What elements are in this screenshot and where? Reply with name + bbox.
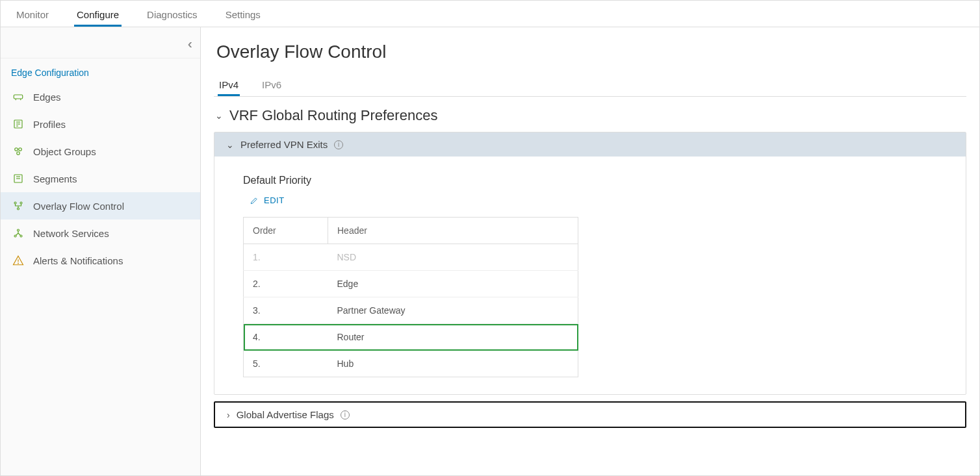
sidebar-item-label: Overlay Flow Control [33, 201, 124, 212]
svg-point-7 [15, 148, 18, 151]
sidebar-item-object-groups[interactable]: Object Groups [1, 138, 200, 165]
top-tabs: Monitor Configure Diagnostics Settings [1, 1, 979, 27]
svg-point-9 [17, 152, 20, 155]
sidebar-item-label: Edges [33, 92, 61, 103]
section-header[interactable]: ⌄ VRF Global Routing Preferences [214, 107, 966, 124]
table-row: 5. Hub [244, 351, 578, 377]
sidebar: ‹‹ Edge Configuration Edges Profiles Obj… [1, 27, 201, 475]
sidebar-item-alerts[interactable]: Alerts & Notifications [1, 247, 200, 274]
sidebar-item-label: Alerts & Notifications [33, 255, 123, 266]
sidebar-item-segments[interactable]: Segments [1, 165, 200, 192]
sub-tab-ipv4[interactable]: IPv4 [218, 74, 240, 96]
cell-order: 5. [244, 351, 328, 377]
col-order: Order [244, 218, 328, 244]
page-title: Overlay Flow Control [214, 42, 966, 62]
panel-global-advertise-flags: › Global Advertise Flags i [214, 401, 966, 428]
edges-icon [12, 91, 24, 103]
section-title: VRF Global Routing Preferences [229, 107, 437, 124]
panel-title: Global Advertise Flags [237, 409, 334, 420]
svg-point-20 [18, 263, 19, 264]
edit-button[interactable]: EDIT [250, 195, 285, 205]
panel-title: Preferred VPN Exits [240, 139, 328, 150]
profiles-icon [12, 118, 24, 130]
table-row-highlighted: 4. Router [244, 324, 578, 351]
sub-tabs: IPv4 IPv6 [214, 74, 966, 97]
alerts-icon [12, 255, 24, 266]
segments-icon [12, 173, 24, 184]
cell-header: Router [328, 324, 578, 351]
network-services-icon [12, 227, 24, 239]
sidebar-item-label: Segments [33, 173, 77, 184]
table-row: 1. NSD [244, 244, 578, 271]
sidebar-item-overlay-flow-control[interactable]: Overlay Flow Control [1, 192, 200, 219]
cell-order: 1. [244, 244, 328, 271]
tab-monitor[interactable]: Monitor [14, 3, 51, 27]
tab-configure[interactable]: Configure [74, 3, 122, 27]
pencil-icon [250, 196, 259, 205]
default-priority-heading: Default Priority [243, 175, 937, 186]
panel-header-preferred-exits[interactable]: ⌄ Preferred VPN Exits i [214, 132, 966, 157]
sidebar-item-label: Profiles [33, 119, 66, 130]
cell-header: NSD [328, 244, 578, 271]
sidebar-item-network-services[interactable]: Network Services [1, 219, 200, 247]
cell-header: Partner Gateway [328, 297, 578, 324]
panel-header-global-flags[interactable]: › Global Advertise Flags i [215, 403, 965, 427]
table-row: 2. Edge [244, 271, 578, 297]
svg-rect-0 [14, 95, 23, 99]
chevron-down-icon: ⌄ [226, 140, 234, 150]
collapse-sidebar-icon[interactable]: ‹‹ [188, 36, 188, 51]
chevron-down-icon: ⌄ [215, 110, 223, 121]
svg-point-14 [20, 202, 22, 204]
cell-order: 2. [244, 271, 328, 297]
sidebar-item-profiles[interactable]: Profiles [1, 110, 200, 138]
svg-point-8 [19, 148, 22, 151]
svg-point-13 [14, 202, 16, 204]
sub-tab-ipv6[interactable]: IPv6 [261, 74, 283, 96]
info-icon[interactable]: i [334, 140, 343, 149]
cell-order: 3. [244, 297, 328, 324]
sidebar-item-edges[interactable]: Edges [1, 83, 200, 110]
tab-settings[interactable]: Settings [223, 3, 263, 27]
sidebar-item-label: Network Services [33, 228, 109, 239]
info-icon[interactable]: i [341, 410, 350, 420]
sidebar-section-title: Edge Configuration [1, 58, 200, 83]
cell-order: 4. [244, 324, 328, 351]
table-row: 3. Partner Gateway [244, 297, 578, 324]
chevron-right-icon: › [227, 410, 230, 420]
overlay-flow-icon [12, 200, 24, 212]
cell-header: Edge [328, 271, 578, 297]
panel-preferred-vpn-exits: ⌄ Preferred VPN Exits i Default Priority… [214, 132, 966, 395]
object-groups-icon [12, 145, 24, 157]
main-content: Overlay Flow Control IPv4 IPv6 ⌄ VRF Glo… [201, 27, 979, 475]
svg-point-16 [18, 229, 19, 231]
svg-point-15 [18, 208, 19, 210]
col-header: Header [328, 218, 578, 244]
sidebar-item-label: Object Groups [33, 146, 96, 157]
tab-diagnostics[interactable]: Diagnostics [144, 3, 200, 27]
cell-header: Hub [328, 351, 578, 377]
priority-table: Order Header 1. NSD 2. Edge [243, 217, 578, 377]
edit-label: EDIT [264, 195, 285, 205]
